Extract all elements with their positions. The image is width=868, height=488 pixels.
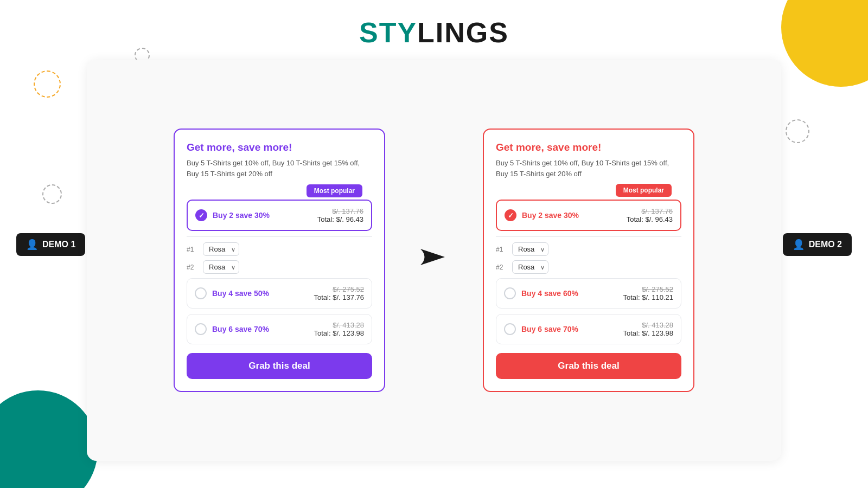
widget1-option3-radio xyxy=(195,323,207,335)
widget2-option1-left: Buy 2 save 30% xyxy=(505,209,579,221)
widget2-variant1-select-wrap[interactable]: Rosa xyxy=(512,242,548,256)
widget2-option2-radio xyxy=(504,287,516,299)
widget1-variant1-select-wrap[interactable]: Rosa xyxy=(203,242,239,256)
widget1-option-row-2[interactable]: Buy 4 save 50% $/. 275.52 Total: $/. 137… xyxy=(187,278,372,309)
widget2-variant-row-2: #2 Rosa xyxy=(496,260,681,274)
widget1-title: Get more, save more! xyxy=(187,142,372,153)
widget1-option3-original: $/. 413.28 xyxy=(314,321,364,329)
widget2-option1-price: $/. 137.76 Total: $/. 96.43 xyxy=(627,207,673,223)
arrow-right-icon xyxy=(418,243,450,277)
widget2-option3-left: Buy 6 save 70% xyxy=(504,323,578,335)
widget1-option2-price: $/. 275.52 Total: $/. 137.76 xyxy=(314,285,364,301)
widget2-options: Most popular Buy 2 save 30% $/. 137.76 T… xyxy=(496,187,681,274)
widget2-variant-row-1: #1 Rosa xyxy=(496,242,681,256)
widget1-option1-price: $/. 137.76 Total: $/. 96.43 xyxy=(317,207,363,223)
app-header: STYLINGS xyxy=(0,0,868,60)
widget1-cta-button[interactable]: Grab this deal xyxy=(187,353,372,379)
widget2-option3-original: $/. 413.28 xyxy=(623,321,673,329)
widget1-option2-original: $/. 275.52 xyxy=(314,285,364,293)
main-container: Get more, save more! Buy 5 T-Shirts get … xyxy=(87,60,781,461)
widget1-option3-price: $/. 413.28 Total: $/. 123.98 xyxy=(314,321,364,337)
widget2-option1-label: Buy 2 save 30% xyxy=(522,211,579,220)
header-lings: LINGS xyxy=(417,17,509,48)
widget2-option2-price: $/. 275.52 Total: $/. 110.21 xyxy=(623,285,673,301)
widget1-option1-left: Buy 2 save 30% xyxy=(195,209,270,221)
widget2-option2-original: $/. 275.52 xyxy=(623,285,673,293)
widget2-variant2-select[interactable]: Rosa xyxy=(512,260,548,274)
widget1-variant1-num: #1 xyxy=(187,246,199,253)
widget1-option2-total: Total: $/. 137.76 xyxy=(314,293,364,301)
demo1-label: DEMO 1 xyxy=(42,240,75,249)
widget1-option1-label: Buy 2 save 30% xyxy=(213,211,270,220)
widget2-option1-original: $/. 137.76 xyxy=(627,207,673,215)
widget1-option1-total: Total: $/. 96.43 xyxy=(317,215,363,223)
widget1-option2-left: Buy 4 save 50% xyxy=(195,287,269,299)
widget1-variant-row-2: #2 Rosa xyxy=(187,260,372,274)
deco-dotted-circle-topright xyxy=(786,119,809,143)
deco-dotted-circle-midleft xyxy=(42,184,62,204)
widget1-variant1-select[interactable]: Rosa xyxy=(203,242,239,256)
widget2-variant1-num: #1 xyxy=(496,246,508,253)
widget2-option1-check xyxy=(505,209,516,221)
widget2-option-row-2[interactable]: Buy 4 save 60% $/. 275.52 Total: $/. 110… xyxy=(496,278,681,309)
widget1-desc: Buy 5 T-Shirts get 10% off, Buy 10 T-Shi… xyxy=(187,158,372,179)
widget2-badge: Most popular xyxy=(616,184,672,197)
widget2-option3-total: Total: $/. 123.98 xyxy=(623,329,673,337)
user-icon-demo2: 👤 xyxy=(793,239,805,251)
widget1-variant-row-1: #1 Rosa xyxy=(187,242,372,256)
widget2-option1-total: Total: $/. 96.43 xyxy=(627,215,673,223)
widget1-option2-radio xyxy=(195,287,207,299)
deco-yellow-circle xyxy=(781,0,868,87)
widget2-option3-radio xyxy=(504,323,516,335)
widget1-variant2-select[interactable]: Rosa xyxy=(203,260,239,274)
widget1-card: Get more, save more! Buy 5 T-Shirts get … xyxy=(174,129,385,392)
widget2-option2-label: Buy 4 save 60% xyxy=(521,289,578,298)
widget1-option1-original: $/. 137.76 xyxy=(317,207,363,215)
widget1-variant2-select-wrap[interactable]: Rosa xyxy=(203,260,239,274)
widget2-variant2-num: #2 xyxy=(496,264,508,271)
demo2-button[interactable]: 👤 DEMO 2 xyxy=(783,233,852,256)
widget1-option-row-3[interactable]: Buy 6 save 70% $/. 413.28 Total: $/. 123… xyxy=(187,314,372,344)
header-sty: STY xyxy=(359,17,417,48)
widget2-cta-button[interactable]: Grab this deal xyxy=(496,353,681,379)
widget1-variant2-num: #2 xyxy=(187,264,199,271)
widget2-variant1-select[interactable]: Rosa xyxy=(512,242,548,256)
widget2-option3-label: Buy 6 save 70% xyxy=(521,325,578,333)
widget2-card: Get more, save more! Buy 5 T-Shirts get … xyxy=(483,129,694,392)
widget1-option1-check xyxy=(195,209,207,221)
widget1-option3-total: Total: $/. 123.98 xyxy=(314,329,364,337)
widget2-title: Get more, save more! xyxy=(496,142,681,153)
widget1-option3-left: Buy 6 save 70% xyxy=(195,323,269,335)
widget1-options: Most popular Buy 2 save 30% $/. 137.76 T… xyxy=(187,187,372,274)
user-icon-demo1: 👤 xyxy=(26,239,38,251)
widget1-option3-label: Buy 6 save 70% xyxy=(212,325,269,333)
widget2-option2-left: Buy 4 save 60% xyxy=(504,287,578,299)
widget2-desc: Buy 5 T-Shirts get 10% off, Buy 10 T-Shi… xyxy=(496,158,681,179)
arrow-container xyxy=(418,243,450,277)
widget2-option-row-3[interactable]: Buy 6 save 70% $/. 413.28 Total: $/. 123… xyxy=(496,314,681,344)
demo2-label: DEMO 2 xyxy=(809,240,842,249)
widget1-option-row-1[interactable]: Buy 2 save 30% $/. 137.76 Total: $/. 96.… xyxy=(187,200,372,231)
widget1-option2-label: Buy 4 save 50% xyxy=(212,289,269,298)
deco-teal-circle xyxy=(0,390,98,488)
widget2-option2-total: Total: $/. 110.21 xyxy=(623,293,673,301)
widget2-variants: #1 Rosa #2 Rosa xyxy=(496,236,681,274)
widget2-variant2-select-wrap[interactable]: Rosa xyxy=(512,260,548,274)
widget2-option3-price: $/. 413.28 Total: $/. 123.98 xyxy=(623,321,673,337)
demo1-button[interactable]: 👤 DEMO 1 xyxy=(16,233,85,256)
deco-dotted-circle-topleft xyxy=(34,70,61,98)
widget1-variants: #1 Rosa #2 Rosa xyxy=(187,236,372,274)
widget2-option-row-1[interactable]: Buy 2 save 30% $/. 137.76 Total: $/. 96.… xyxy=(496,200,681,231)
widget1-badge: Most popular xyxy=(307,184,362,197)
